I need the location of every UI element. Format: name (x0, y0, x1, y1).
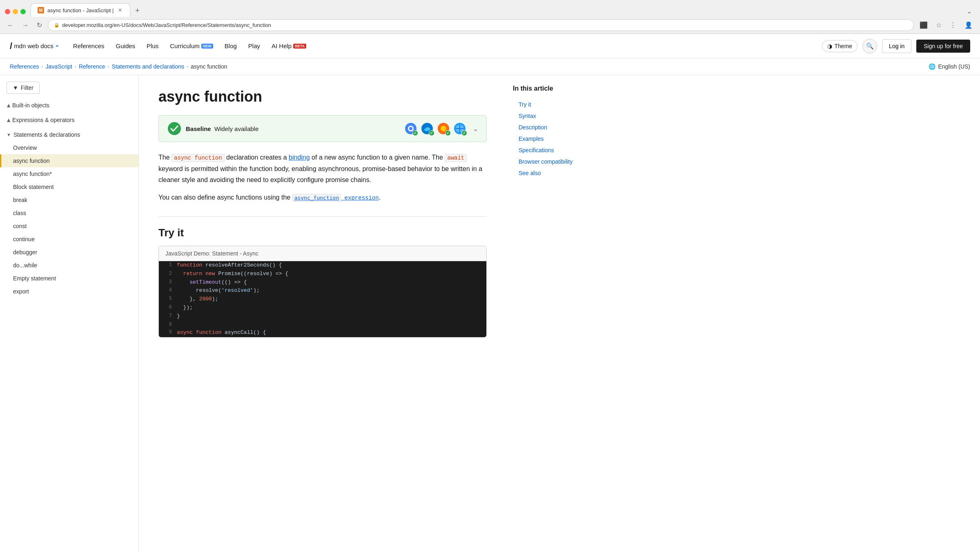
line-num-2: 2 (165, 270, 177, 278)
sidebar-item-const[interactable]: const (0, 220, 138, 233)
search-button[interactable]: 🔍 (862, 39, 877, 53)
nav-link-guides[interactable]: Guides (111, 39, 140, 53)
breadcrumb-references[interactable]: References (10, 63, 39, 70)
line-content-3: setTimeout(() => { (177, 278, 480, 287)
forward-button[interactable]: → (20, 20, 31, 31)
line-content-6: }); (177, 304, 480, 312)
line-content-1: function resolveAfter2Seconds() { (177, 261, 480, 270)
sidebar-item-async-function-gen[interactable]: async function* (0, 167, 138, 180)
filter-button[interactable]: ▼ Filter (7, 82, 40, 94)
sidebar-item-break[interactable]: break (0, 193, 138, 207)
sidebar-item-async-function[interactable]: async function (0, 154, 138, 167)
breadcrumb-items: References › JavaScript › Reference › St… (10, 63, 227, 70)
binding-link[interactable]: binding (289, 154, 310, 161)
chevron-icon-3: ▼ (7, 132, 11, 137)
bookmark-button[interactable]: ☆ (933, 20, 944, 31)
line-num-5: 5 (165, 295, 177, 303)
chevron-icon: ▶ (6, 104, 11, 107)
toc-item-browser-compat[interactable]: Browser compatibility (513, 156, 590, 167)
code-line-3: 3 setTimeout(() => { (159, 278, 486, 287)
sidebar-section-expressions-header[interactable]: ▶ Expressions & operators (0, 113, 138, 127)
breadcrumb-javascript[interactable]: JavaScript (46, 63, 72, 70)
main-layout: ▼ Filter ▶ Built-in objects ▶ Expression… (0, 75, 980, 551)
sidebar-item-block-statement[interactable]: Block statement (0, 180, 138, 193)
breadcrumb-statements[interactable]: Statements and declarations (112, 63, 184, 70)
breadcrumb-sep-4: › (187, 64, 188, 69)
line-num-9: 9 (165, 329, 177, 336)
nav-link-plus[interactable]: Plus (142, 39, 163, 53)
toc-item-see-also[interactable]: See also (513, 167, 590, 179)
sidebar-item-continue[interactable]: continue (0, 233, 138, 246)
toc-item-specifications[interactable]: Specifications (513, 144, 590, 156)
line-num-3: 3 (165, 278, 177, 286)
sidebar-item-empty-statement[interactable]: Empty statement (0, 272, 138, 285)
line-content-4: resolve('resolved'); (177, 287, 480, 295)
toc-panel: In this article Try it Syntax Descriptio… (506, 75, 596, 551)
sidebar-item-class[interactable]: class (0, 207, 138, 220)
intro-paragraph-1: The async function declaration creates a… (158, 152, 487, 185)
baseline-text: Baseline Widely available (186, 125, 398, 132)
async-function-code: async function (172, 154, 225, 162)
breadcrumb-reference[interactable]: Reference (79, 63, 105, 70)
sidebar-item-overview[interactable]: Overview (0, 141, 138, 154)
baseline-expand-button[interactable]: ⌄ (473, 125, 478, 133)
window-maximize-button[interactable] (20, 9, 26, 14)
window-close-button[interactable] (5, 9, 10, 14)
sidebar-item-debugger[interactable]: debugger (0, 246, 138, 259)
refresh-button[interactable]: ↻ (34, 20, 45, 31)
code-line-6: 6 }); (159, 304, 486, 312)
more-button[interactable]: ⋮ (947, 20, 959, 31)
new-tab-button[interactable]: + (132, 5, 143, 17)
sidebar-section-built-in: ▶ Built-in objects (0, 99, 138, 112)
sidebar-item-do-while[interactable]: do...while (0, 259, 138, 272)
safari-check-icon: ✓ (461, 130, 467, 136)
breadcrumb-sep-1: › (42, 64, 43, 69)
mdn-logo-underline (56, 45, 58, 47)
profile-button[interactable]: 👤 (962, 20, 975, 31)
breadcrumb-current: async function (191, 63, 227, 70)
nav-link-play[interactable]: Play (243, 39, 265, 53)
async-expression-link[interactable]: async_function expression (292, 195, 379, 201)
toc-item-syntax[interactable]: Syntax (513, 110, 590, 122)
nav-link-curriculum[interactable]: Curriculum NEW (165, 39, 218, 53)
toc-title: In this article (513, 85, 590, 92)
mdn-logo[interactable]: / mdn web docs (10, 41, 58, 51)
nav-link-ai-help[interactable]: AI Help BETA (267, 39, 311, 53)
sidebar-section-statements-header[interactable]: ▼ Statements & declarations (0, 128, 138, 141)
line-num-1: 1 (165, 261, 177, 269)
language-button[interactable]: 🌐 English (US) (929, 63, 970, 70)
line-num-8: 8 (165, 321, 177, 329)
nav-links: References Guides Plus Curriculum NEW Bl… (68, 39, 822, 53)
line-content-5: }, 2000); (177, 295, 480, 304)
code-line-7: 7 } (159, 312, 486, 321)
line-content-9: async function asyncCall() { (177, 329, 480, 337)
browser-tab[interactable]: M async function - JavaScript | ✕ (31, 3, 130, 17)
sidebar-section-built-in-header[interactable]: ▶ Built-in objects (0, 99, 138, 112)
main-content: async function Baseline Widely available (139, 75, 506, 551)
sidebar-section-statements: ▼ Statements & declarations Overview asy… (0, 128, 138, 298)
toc-item-try-it[interactable]: Try it (513, 99, 590, 110)
sidebar-item-export[interactable]: export (0, 285, 138, 298)
toc-item-examples[interactable]: Examples (513, 133, 590, 144)
firefox-check-icon: ✓ (445, 130, 451, 136)
edge-icon: ✓ (421, 122, 434, 135)
line-num-6: 6 (165, 304, 177, 311)
page-title: async function (158, 88, 487, 105)
nav-link-blog[interactable]: Blog (220, 39, 242, 53)
tab-dropdown-button[interactable]: ⌄ (963, 6, 975, 17)
window-minimize-button[interactable] (13, 9, 18, 14)
url-text: developer.mozilla.org/en-US/docs/Web/Jav… (62, 22, 271, 28)
line-content-7: } (177, 312, 480, 321)
await-code: await (445, 154, 467, 162)
signup-button[interactable]: Sign up for free (916, 40, 970, 53)
code-line-2: 2 return new Promise((resolve) => { (159, 270, 486, 278)
tab-close-button[interactable]: ✕ (117, 7, 123, 13)
address-bar[interactable]: 🔒 developer.mozilla.org/en-US/docs/Web/J… (48, 19, 914, 31)
nav-link-references[interactable]: References (68, 39, 109, 53)
toc-item-description[interactable]: Description (513, 122, 590, 133)
login-button[interactable]: Log in (882, 39, 911, 53)
back-button[interactable]: ← (5, 20, 16, 31)
extensions-button[interactable]: ⬛ (917, 20, 930, 31)
try-it-heading: Try it (158, 216, 487, 239)
theme-button[interactable]: ◑ Theme (822, 40, 858, 52)
